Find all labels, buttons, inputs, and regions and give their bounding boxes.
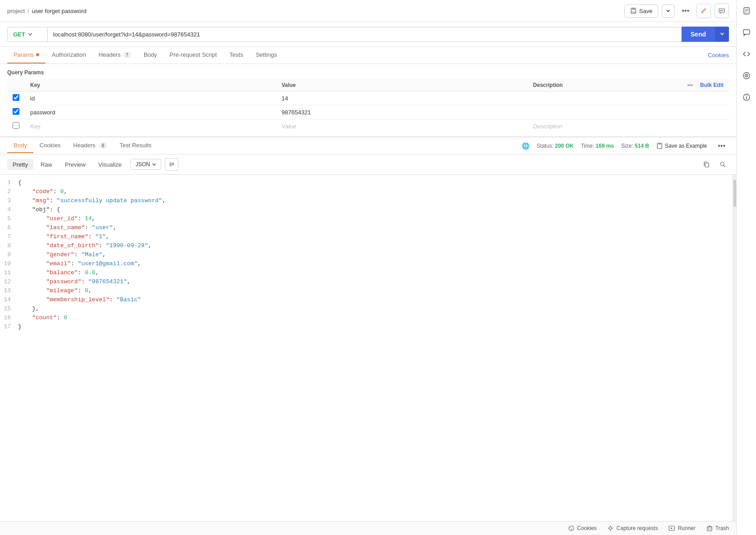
tab-authorization[interactable]: Authorization xyxy=(46,47,92,63)
json-line: 6 "last_name": "user", xyxy=(0,223,733,232)
json-line: 8 "date_of_birth": "1990-09-29", xyxy=(0,241,733,250)
response-status-bar: 🌐 Status: 200 OK Time: 169 ms Size: 514 … xyxy=(522,139,729,153)
url-input[interactable] xyxy=(48,27,682,42)
scrollbar[interactable] xyxy=(733,175,736,521)
response-more-button[interactable]: ••• xyxy=(714,139,729,153)
footer-trash-label: Trash xyxy=(715,525,729,531)
line-number: 6 xyxy=(0,223,18,232)
description-column-header: Description ••• Bulk Edit xyxy=(528,79,729,91)
save-button[interactable]: Save xyxy=(624,5,659,18)
sidebar-document-icon[interactable] xyxy=(740,5,753,17)
row1-checkbox[interactable] xyxy=(13,94,19,101)
chat-icon-button[interactable] xyxy=(715,4,729,18)
checkbox-header xyxy=(7,79,25,91)
line-number: 14 xyxy=(0,295,18,304)
tab-prerequest[interactable]: Pre-request Script xyxy=(164,47,223,63)
row2-value[interactable]: 987654321 xyxy=(276,105,528,119)
response-tabs-bar: Body Cookies Headers 8 Test Results 🌐 St… xyxy=(0,137,736,154)
status-label: Status: 200 OK xyxy=(537,143,574,149)
svg-rect-1 xyxy=(632,8,635,10)
format-tab-pretty[interactable]: Pretty xyxy=(7,159,33,170)
wrap-lines-button[interactable] xyxy=(165,158,178,171)
svg-point-14 xyxy=(569,526,574,531)
pencil-icon xyxy=(701,8,707,14)
line-content: "last_name": "user", xyxy=(18,223,733,232)
chat-icon xyxy=(719,8,725,14)
svg-rect-2 xyxy=(632,11,635,13)
row3-key[interactable]: Key xyxy=(25,119,276,133)
tab-headers[interactable]: Headers 7 xyxy=(92,47,137,63)
footer-runner-label: Runner xyxy=(678,525,695,531)
footer-capture-label: Capture requests xyxy=(616,525,658,531)
send-chevron[interactable] xyxy=(715,27,729,41)
row1-description[interactable] xyxy=(528,91,729,105)
response-tab-body[interactable]: Body xyxy=(7,138,33,153)
response-cookies-label: Cookies xyxy=(40,142,61,149)
format-tab-visualize[interactable]: Visualize xyxy=(93,159,127,170)
send-button[interactable]: Send xyxy=(682,27,729,42)
footer-runner[interactable]: Runner xyxy=(669,525,695,531)
format-tab-raw[interactable]: Raw xyxy=(35,159,58,170)
format-tab-preview[interactable]: Preview xyxy=(59,159,91,170)
save-icon xyxy=(630,8,637,14)
sidebar-target-icon[interactable] xyxy=(740,69,753,82)
sidebar-info-icon[interactable] xyxy=(740,91,753,104)
row3-key-placeholder: Key xyxy=(30,123,40,130)
bottom-footer: Cookies Capture requests Runner xyxy=(0,521,736,535)
sidebar-comment-icon[interactable] xyxy=(740,26,753,39)
tab-prerequest-label: Pre-request Script xyxy=(170,51,217,58)
footer-trash[interactable]: Trash xyxy=(706,525,729,531)
line-content: "code": 0, xyxy=(18,187,733,196)
cookies-link[interactable]: Cookies xyxy=(708,52,729,59)
table-row: password 987654321 xyxy=(7,105,729,119)
json-line: 16 "count": 0 xyxy=(0,313,733,322)
row1-value[interactable]: 14 xyxy=(276,91,528,105)
params-more-icon[interactable]: ••• xyxy=(687,82,693,88)
send-main[interactable]: Send xyxy=(682,27,715,42)
row1-key[interactable]: id xyxy=(25,91,276,105)
response-body-label: Body xyxy=(14,142,27,149)
svg-line-13 xyxy=(724,165,725,167)
scrollbar-thumb[interactable] xyxy=(733,180,736,207)
sidebar-code-icon[interactable] xyxy=(740,48,753,60)
search-button[interactable] xyxy=(716,158,729,171)
tab-settings[interactable]: Settings xyxy=(250,47,283,63)
more-options-button[interactable]: ••• xyxy=(678,4,693,18)
size-label: Size: 514 B xyxy=(621,143,649,149)
footer-capture[interactable]: Capture requests xyxy=(607,525,658,531)
save-as-example-button[interactable]: Save as Example xyxy=(656,143,707,149)
row3-checkbox[interactable] xyxy=(13,122,19,129)
row2-description[interactable] xyxy=(528,105,729,119)
request-tabs-bar: Params Authorization Headers 7 Body Pre-… xyxy=(0,47,736,64)
tab-settings-label: Settings xyxy=(256,51,277,58)
json-line: 5 "user_id": 14, xyxy=(0,214,733,223)
tab-params[interactable]: Params xyxy=(7,47,46,63)
footer-cookies[interactable]: Cookies xyxy=(568,525,597,531)
save-chevron-button[interactable] xyxy=(662,5,674,18)
row3-description[interactable]: Description xyxy=(528,119,729,133)
bulk-edit-link[interactable]: Bulk Edit xyxy=(700,82,724,88)
json-format-select[interactable]: JSON xyxy=(131,159,161,170)
copy-icon xyxy=(703,161,710,168)
json-line: 11 "balance": 0.0, xyxy=(0,268,733,277)
method-select[interactable]: GET xyxy=(7,27,48,42)
row1-val-value: 14 xyxy=(282,95,288,102)
row3-value[interactable]: Value xyxy=(276,119,528,133)
response-headers-label: Headers xyxy=(73,142,96,149)
tab-body[interactable]: Body xyxy=(137,47,164,63)
row2-key[interactable]: password xyxy=(25,105,276,119)
row2-checkbox[interactable] xyxy=(13,108,19,115)
params-dot xyxy=(36,53,39,56)
line-number: 7 xyxy=(0,232,18,241)
row3-checkbox-cell xyxy=(7,119,25,133)
response-tab-headers[interactable]: Headers 8 xyxy=(67,138,114,153)
copy-button[interactable] xyxy=(700,158,713,171)
line-content: "gender": "Male", xyxy=(18,250,733,259)
response-tab-cookies[interactable]: Cookies xyxy=(33,138,67,153)
url-bar: GET Send xyxy=(0,22,736,47)
breadcrumb-project[interactable]: project xyxy=(7,8,25,14)
tab-tests[interactable]: Tests xyxy=(223,47,249,63)
edit-icon-button[interactable] xyxy=(697,4,711,18)
capture-icon xyxy=(607,525,614,531)
response-tab-test-results[interactable]: Test Results xyxy=(114,138,158,153)
